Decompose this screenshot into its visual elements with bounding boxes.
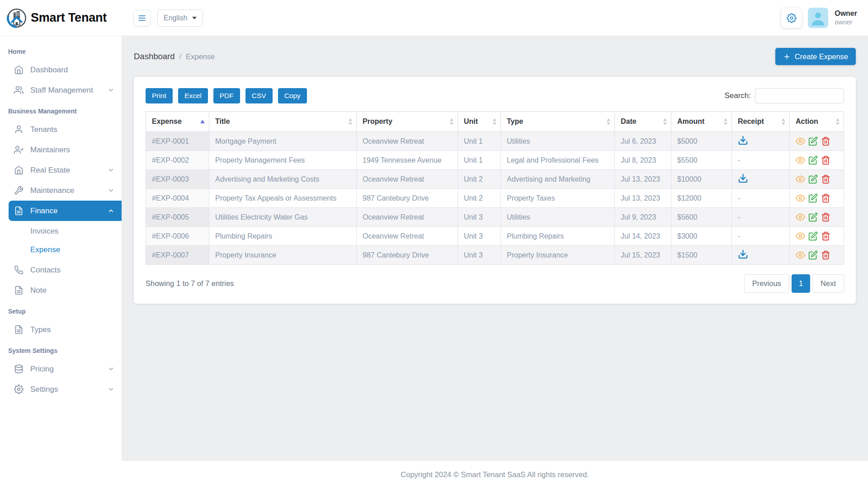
view-button[interactable] <box>796 250 805 260</box>
create-expense-button[interactable]: Create Expense <box>775 48 856 65</box>
cell-unit: Unit 3 <box>458 227 501 246</box>
table-row: #EXP-0003Advertising and Marketing Costs… <box>146 170 844 189</box>
column-header-date[interactable]: Date <box>615 112 671 132</box>
sidebar-item-types[interactable]: Types <box>0 319 122 340</box>
cell-receipt <box>732 246 790 265</box>
sidebar-item-settings[interactable]: Settings <box>0 379 122 399</box>
view-button[interactable] <box>796 155 805 165</box>
trash-icon <box>821 174 830 184</box>
column-header-type[interactable]: Type <box>501 112 615 132</box>
column-header-receipt[interactable]: Receipt <box>732 112 790 132</box>
column-header-action[interactable]: Action <box>790 112 844 132</box>
sidebar-item-contacts[interactable]: Contacts <box>0 260 122 280</box>
search-input[interactable] <box>755 88 844 103</box>
sort-arrows-icon <box>349 118 352 125</box>
copy-button[interactable]: Copy <box>278 88 307 103</box>
cell-action <box>790 170 844 189</box>
sidebar-item-note[interactable]: Note <box>0 280 122 300</box>
cell-receipt <box>732 132 790 151</box>
wrench-icon <box>14 186 24 195</box>
brand-logo-link[interactable]: Smart Tenant <box>0 0 122 36</box>
sort-arrows-icon <box>724 118 727 125</box>
sidebar-item-tenants[interactable]: Tenants <box>0 119 122 140</box>
trash-icon <box>821 193 830 203</box>
sidebar-item-real-estate[interactable]: Real Estate <box>0 160 122 180</box>
pdf-button[interactable]: PDF <box>213 88 240 103</box>
sidebar: Smart Tenant Home Dashboard Staff Manage… <box>0 0 122 488</box>
delete-button[interactable] <box>821 193 830 203</box>
cell-amount: $1500 <box>671 246 732 265</box>
table-row: #EXP-0006Plumbing RepairsOceanview Retre… <box>146 227 844 246</box>
sidebar-item-pricing[interactable]: Pricing <box>0 359 122 379</box>
chevron-down-icon <box>108 167 114 174</box>
cell-expense: #EXP-0006 <box>146 227 209 246</box>
edit-button[interactable] <box>808 193 818 203</box>
cell-date: Jul 9, 2023 <box>615 208 671 227</box>
view-button[interactable] <box>796 174 805 184</box>
chevron-down-icon <box>108 386 114 393</box>
eye-icon <box>796 212 805 222</box>
user-name: Owner <box>835 9 857 18</box>
csv-button[interactable]: CSV <box>245 88 273 103</box>
view-button[interactable] <box>796 193 805 203</box>
cell-title: Plumbing Repairs <box>209 227 357 246</box>
column-header-title[interactable]: Title <box>209 112 357 132</box>
sidebar-toggle-button[interactable] <box>133 10 151 26</box>
download-receipt-button[interactable] <box>738 173 748 183</box>
breadcrumb-separator: / <box>179 53 181 61</box>
delete-button[interactable] <box>821 155 830 165</box>
delete-button[interactable] <box>821 136 830 146</box>
view-button[interactable] <box>796 212 805 222</box>
excel-button[interactable]: Excel <box>178 88 208 103</box>
download-receipt-button[interactable] <box>738 135 748 145</box>
language-value: English <box>164 14 187 22</box>
sidebar-item-maintainers[interactable]: Maintainers <box>0 140 122 160</box>
page-1-button[interactable]: 1 <box>792 274 810 293</box>
cell-property: 1949 Tennessee Avenue <box>357 151 458 170</box>
column-header-expense[interactable]: Expense <box>146 112 209 132</box>
breadcrumb-dashboard-link[interactable]: Dashboard <box>134 52 175 61</box>
column-header-unit[interactable]: Unit <box>458 112 501 132</box>
user-icon <box>14 125 24 134</box>
cell-action <box>790 132 844 151</box>
cell-unit: Unit 2 <box>458 170 501 189</box>
edit-button[interactable] <box>808 136 818 146</box>
avatar[interactable] <box>808 8 828 28</box>
delete-button[interactable] <box>821 250 830 260</box>
sidebar-item-staff-management[interactable]: Staff Management <box>0 80 122 100</box>
edit-button[interactable] <box>808 250 818 260</box>
database-icon <box>14 364 24 374</box>
settings-button[interactable] <box>781 8 802 28</box>
edit-button[interactable] <box>808 155 818 165</box>
print-button[interactable]: Print <box>146 88 173 103</box>
sidebar-nav: Home Dashboard Staff Management Business… <box>0 36 122 399</box>
column-header-property[interactable]: Property <box>357 112 458 132</box>
view-button[interactable] <box>796 231 805 241</box>
sidebar-item-dashboard[interactable]: Dashboard <box>0 60 122 80</box>
column-header-amount[interactable]: Amount <box>671 112 732 132</box>
trash-icon <box>821 155 830 165</box>
delete-button[interactable] <box>821 212 830 222</box>
sidebar-item-maintenance[interactable]: Maintenance <box>0 180 122 201</box>
edit-button[interactable] <box>808 174 818 184</box>
sidebar-item-finance[interactable]: Finance <box>9 201 122 221</box>
cell-amount: $5500 <box>671 151 732 170</box>
cell-amount: $3000 <box>671 227 732 246</box>
footer: Copyright 2024 © Smart Tenant SaaS All r… <box>122 461 868 488</box>
cell-property: 987 Cantebury Drive <box>357 189 458 208</box>
sidebar-section-setup: Setup <box>0 300 122 319</box>
delete-button[interactable] <box>821 174 830 184</box>
language-select[interactable]: English <box>157 9 203 27</box>
sidebar-item-expense[interactable]: Expense <box>0 240 122 259</box>
eye-icon <box>796 193 805 203</box>
previous-page-button[interactable]: Previous <box>744 274 789 293</box>
edit-button[interactable] <box>808 212 818 222</box>
cell-date: Jul 13, 2023 <box>615 170 671 189</box>
cell-property: Oceanview Retreat <box>357 170 458 189</box>
download-receipt-button[interactable] <box>738 249 748 259</box>
next-page-button[interactable]: Next <box>812 274 844 293</box>
view-button[interactable] <box>796 136 805 146</box>
sidebar-item-invoices[interactable]: Invoices <box>0 222 122 240</box>
edit-button[interactable] <box>808 231 818 241</box>
delete-button[interactable] <box>821 231 830 241</box>
